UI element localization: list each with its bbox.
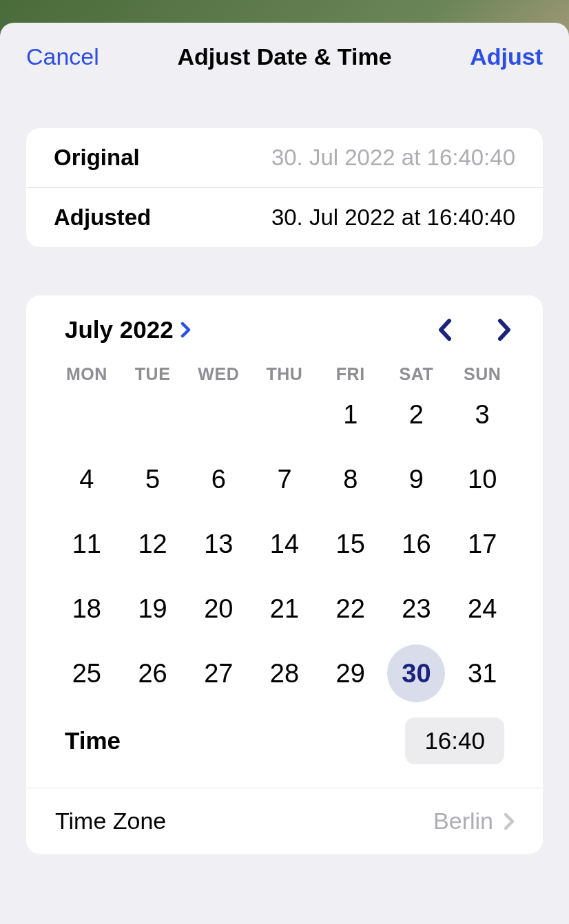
calendar-day-number: 29 <box>322 644 380 702</box>
calendar-day-number: 30 <box>387 644 445 702</box>
calendar-day-number: 25 <box>58 644 116 702</box>
calendar-day-number: 26 <box>124 644 182 702</box>
original-row: Original 30. Jul 2022 at 16:40:40 <box>26 128 543 187</box>
weekday-label: MON <box>54 364 120 384</box>
calendar-day-number: 20 <box>189 580 247 638</box>
time-row: Time 16:40 <box>26 704 543 788</box>
calendar-day[interactable]: 6 <box>185 459 251 500</box>
month-nav-buttons <box>434 316 515 344</box>
next-month-button[interactable] <box>495 316 515 344</box>
calendar-day[interactable]: 5 <box>120 459 186 500</box>
datetime-summary-section: Original 30. Jul 2022 at 16:40:40 Adjust… <box>26 128 543 247</box>
calendar-day-number: 21 <box>256 580 313 638</box>
calendar-day[interactable]: 8 <box>318 459 384 500</box>
calendar-day[interactable]: 18 <box>54 588 120 629</box>
prev-month-button[interactable] <box>434 316 455 344</box>
calendar-day[interactable]: 2 <box>384 394 450 435</box>
calendar-day-number: 17 <box>453 515 511 573</box>
weekday-label: SUN <box>449 364 515 384</box>
calendar-header: July 2022 <box>26 316 543 357</box>
calendar-day-number: 19 <box>124 580 182 638</box>
calendar-day[interactable]: 16 <box>384 523 450 565</box>
calendar-day-empty <box>251 394 318 435</box>
weekday-label: SAT <box>384 364 450 384</box>
calendar-day[interactable]: 17 <box>449 523 515 565</box>
calendar-day-number: 4 <box>58 450 116 508</box>
calendar-day[interactable]: 7 <box>251 459 318 500</box>
calendar-day[interactable]: 26 <box>120 653 186 694</box>
calendar-day-number: 27 <box>189 644 247 702</box>
calendar-day[interactable]: 27 <box>185 653 251 694</box>
calendar-day-number: 24 <box>453 580 511 638</box>
chevron-left-icon <box>436 317 453 342</box>
time-label: Time <box>65 727 121 755</box>
calendar-day[interactable]: 14 <box>251 523 318 565</box>
nav-bar: Cancel Adjust Date & Time Adjust <box>0 23 569 77</box>
weekday-label: FRI <box>318 364 384 384</box>
original-label: Original <box>54 145 140 171</box>
cancel-button[interactable]: Cancel <box>26 43 99 70</box>
weekday-label: THU <box>251 364 318 384</box>
weekday-label: TUE <box>120 364 186 384</box>
calendar-day[interactable]: 4 <box>54 459 120 500</box>
timezone-value-wrap: Berlin <box>433 808 515 834</box>
calendar-day[interactable]: 12 <box>120 523 186 565</box>
calendar-day[interactable]: 20 <box>185 588 251 629</box>
calendar-day[interactable]: 29 <box>318 653 384 694</box>
calendar-day[interactable]: 10 <box>449 459 515 500</box>
calendar-day-number: 15 <box>322 515 380 573</box>
month-year-label: July 2022 <box>65 316 174 344</box>
calendar-day[interactable]: 28 <box>251 653 318 694</box>
calendar-day-number: 8 <box>322 450 380 508</box>
calendar-day-empty <box>185 394 251 435</box>
calendar-days-grid: 1234567891011121314151617181920212223242… <box>26 388 543 704</box>
calendar-day-empty <box>54 394 120 435</box>
calendar-day[interactable]: 25 <box>54 653 120 694</box>
timezone-label: Time Zone <box>55 808 166 834</box>
modal-sheet: Cancel Adjust Date & Time Adjust Origina… <box>0 23 569 924</box>
adjust-button[interactable]: Adjust <box>470 43 543 70</box>
calendar-section: July 2022 <box>26 295 543 854</box>
calendar-day[interactable]: 3 <box>449 394 515 435</box>
calendar-day[interactable]: 30 <box>384 653 450 694</box>
month-year-toggle[interactable]: July 2022 <box>65 316 192 344</box>
calendar-day-number: 28 <box>256 644 313 702</box>
calendar-day-number: 22 <box>322 580 380 638</box>
calendar-day[interactable]: 24 <box>449 588 515 629</box>
weekday-header-row: MONTUEWEDTHUFRISATSUN <box>26 357 543 388</box>
calendar-day-number: 1 <box>322 386 380 443</box>
calendar-day[interactable]: 22 <box>318 588 384 629</box>
calendar-day[interactable]: 15 <box>318 523 384 565</box>
adjusted-label: Adjusted <box>54 204 151 231</box>
adjusted-value: 30. Jul 2022 at 16:40:40 <box>271 204 515 231</box>
calendar-day-number: 12 <box>124 515 182 573</box>
calendar-day[interactable]: 19 <box>120 588 186 629</box>
time-picker-button[interactable]: 16:40 <box>405 717 504 764</box>
calendar-day-number: 2 <box>387 386 445 443</box>
calendar-day[interactable]: 13 <box>185 523 251 565</box>
calendar-day[interactable]: 31 <box>449 653 515 694</box>
weekday-label: WED <box>185 364 251 384</box>
calendar-day-number: 6 <box>189 450 247 508</box>
calendar-day[interactable]: 11 <box>54 523 120 565</box>
calendar-day[interactable]: 23 <box>384 588 450 629</box>
calendar-day-number: 18 <box>58 580 116 638</box>
calendar-day[interactable]: 1 <box>318 394 384 435</box>
photo-backdrop: Cancel Adjust Date & Time Adjust Origina… <box>0 0 569 924</box>
calendar-day[interactable]: 9 <box>384 459 450 500</box>
calendar-day-number: 7 <box>256 450 313 508</box>
calendar-day-number: 13 <box>189 515 247 573</box>
adjusted-row: Adjusted 30. Jul 2022 at 16:40:40 <box>26 187 543 247</box>
calendar-day-number: 9 <box>387 450 445 508</box>
timezone-row[interactable]: Time Zone Berlin <box>26 788 543 854</box>
calendar-day[interactable]: 21 <box>251 588 318 629</box>
calendar-day-number: 14 <box>256 515 313 573</box>
calendar-day-number: 10 <box>453 450 511 508</box>
timezone-value: Berlin <box>433 808 493 834</box>
calendar-day-number: 16 <box>387 515 445 573</box>
calendar-day-number: 23 <box>387 580 445 638</box>
chevron-right-icon <box>180 322 192 338</box>
chevron-right-icon <box>497 317 513 342</box>
sheet-title: Adjust Date & Time <box>177 43 391 70</box>
chevron-right-icon <box>503 812 515 831</box>
